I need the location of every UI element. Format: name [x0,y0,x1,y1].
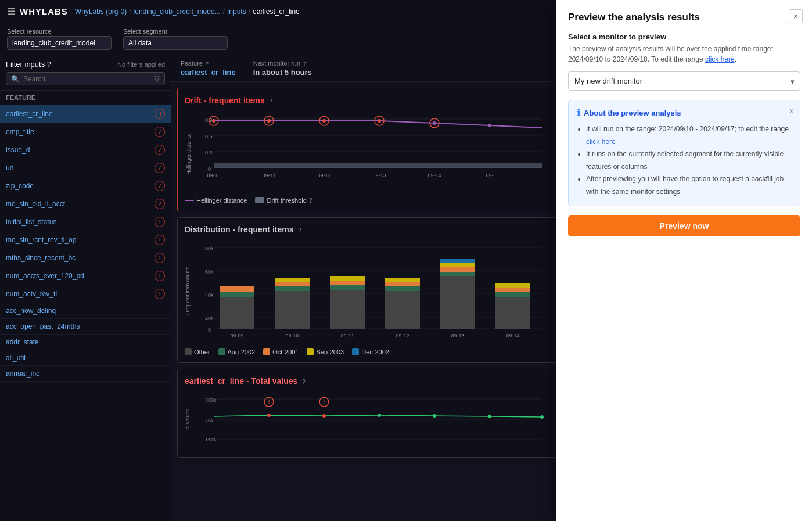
breadcrumb-model[interactable]: lending_club_credit_mode... [134,8,221,16]
feature-item[interactable]: acc_now_delinq [0,303,171,319]
feature-link[interactable]: url [6,164,13,172]
svg-text:!: ! [268,399,270,405]
feature-link[interactable]: annual_inc [6,369,39,378]
resource-select[interactable]: lending_club_credit_model [7,36,112,50]
feature-info: Feature ? earliest_cr_line [181,60,236,77]
overlay-close-button[interactable]: × [789,9,803,23]
feature-item[interactable]: num_actv_rev_tl1 [0,285,171,303]
feature-link[interactable]: issue_d [6,146,30,154]
legend-aug2002: Aug-2002 [218,348,256,355]
no-filters-label: No filters applied [117,61,165,68]
dist-help-icon: ? [298,227,301,233]
monitor-select[interactable]: My new drift monitor [568,71,800,91]
feature-name-value: earliest_cr_line [181,68,236,77]
feature-badge: 1 [155,217,165,227]
next-run-label: Next monitor run ? [253,60,312,67]
feature-link[interactable]: mo_sin_old_il_acct [6,200,65,208]
feature-link[interactable]: num_accts_ever_120_pd [6,272,84,280]
feature-link[interactable]: addr_state [6,338,39,346]
feature-item[interactable]: zip_code7 [0,177,171,195]
feature-link[interactable]: initial_list_status [6,218,56,226]
feature-link[interactable]: earliest_cr_line [6,110,53,118]
drift-help-icon: ? [270,98,273,105]
logo: WHYLABS [20,6,68,16]
feature-item[interactable]: acc_open_past_24mths [0,319,171,335]
feature-link[interactable]: all_util [6,354,26,362]
feature-item[interactable]: mo_sin_old_il_acct2 [0,195,171,213]
search-input[interactable] [23,75,150,83]
feature-item[interactable]: addr_state [0,335,171,350]
feature-item[interactable]: mths_since_recent_bc1 [0,249,171,267]
svg-point-24 [433,121,436,125]
feature-item[interactable]: mo_sin_rcnt_rev_tl_op1 [0,231,171,249]
legend-sep2003: Sep-2003 [307,348,344,355]
feature-item[interactable]: initial_list_status1 [0,213,171,231]
svg-text:09-11: 09-11 [340,333,354,339]
menu-icon[interactable]: ☰ [7,6,15,17]
svg-rect-54 [385,291,420,329]
feature-badge: 1 [155,289,165,299]
feature-item[interactable]: annual_inc [0,366,171,382]
info-bullet-1: It will run on the range: 2024/09/10 - 2… [586,123,792,148]
svg-point-85 [322,414,326,418]
feature-link[interactable]: mo_sin_rcnt_rev_tl_op [6,236,76,244]
svg-rect-44 [220,292,254,297]
feature-badge: 7 [155,163,165,173]
search-icon: 🔍 [11,75,20,83]
svg-text:0.3: 0.3 [205,150,213,156]
breadcrumb-org[interactable]: WhyLabs (org-0) [75,8,127,16]
breadcrumb-inputs[interactable]: Inputs [227,8,246,16]
feature-link[interactable]: zip_code [6,182,34,190]
segment-select[interactable]: All data [123,36,228,50]
svg-rect-56 [385,282,420,286]
filter-icon[interactable]: ▽ [154,74,160,83]
feature-link[interactable]: emp_title [6,128,34,136]
svg-rect-51 [330,285,365,290]
svg-rect-55 [385,286,420,291]
overlay-select-desc: The preview of analysis results will be … [568,44,800,64]
feature-help-icon: ? [206,61,209,67]
resource-label: Select resource [7,28,112,35]
svg-point-88 [488,415,491,418]
feature-item[interactable]: issue_d7 [0,141,171,159]
svg-rect-64 [495,292,530,297]
time-range-link[interactable]: click here [705,55,735,63]
feature-item[interactable]: num_accts_ever_120_pd1 [0,267,171,285]
svg-rect-57 [385,278,420,282]
info-box-close-button[interactable]: × [789,106,794,116]
svg-point-21 [267,119,271,123]
svg-rect-45 [220,286,254,292]
feature-badge: 7 [155,145,165,155]
feature-link[interactable]: num_actv_rev_tl [6,290,57,298]
feature-item[interactable]: earliest_cr_line9 [0,105,171,123]
legend-hellinger: Hellinger distance [185,197,247,204]
svg-text:09-13: 09-13 [451,333,464,339]
svg-rect-60 [440,267,475,272]
legend-other: Other [185,348,210,355]
svg-text:80k: 80k [205,246,214,251]
filter-title: Filter inputs ? [6,60,51,69]
drift-threshold-help: ? [309,197,312,204]
feature-link[interactable]: acc_now_delinq [6,307,56,315]
svg-point-86 [378,414,381,417]
svg-text:0: 0 [208,166,211,172]
feature-link[interactable]: mths_since_recent_bc [6,254,76,262]
preview-now-button[interactable]: Preview now [568,215,800,236]
search-box[interactable]: 🔍 ▽ [6,72,165,85]
edit-range-link[interactable]: click here [586,138,616,146]
feature-item[interactable]: emp_title7 [0,123,171,141]
feature-item[interactable]: all_util [0,350,171,366]
total-values-help-icon: ? [302,379,306,385]
next-run-info: Next monitor run ? In about 5 hours [253,60,312,77]
svg-text:0.6: 0.6 [205,134,213,139]
feature-link[interactable]: acc_open_past_24mths [6,322,80,330]
svg-text:Frequent item counts: Frequent item counts [185,266,191,315]
legend-oct2001: Oct-2001 [263,348,299,355]
drift-svg: Hellinger distance 0.9 0.6 0.3 0 [185,110,545,192]
feature-section-label: Feature [0,91,171,105]
svg-rect-59 [440,272,475,276]
feature-item[interactable]: url7 [0,159,171,177]
svg-text:09-13: 09-13 [372,173,386,178]
svg-rect-65 [495,288,530,292]
svg-rect-61 [440,263,475,267]
